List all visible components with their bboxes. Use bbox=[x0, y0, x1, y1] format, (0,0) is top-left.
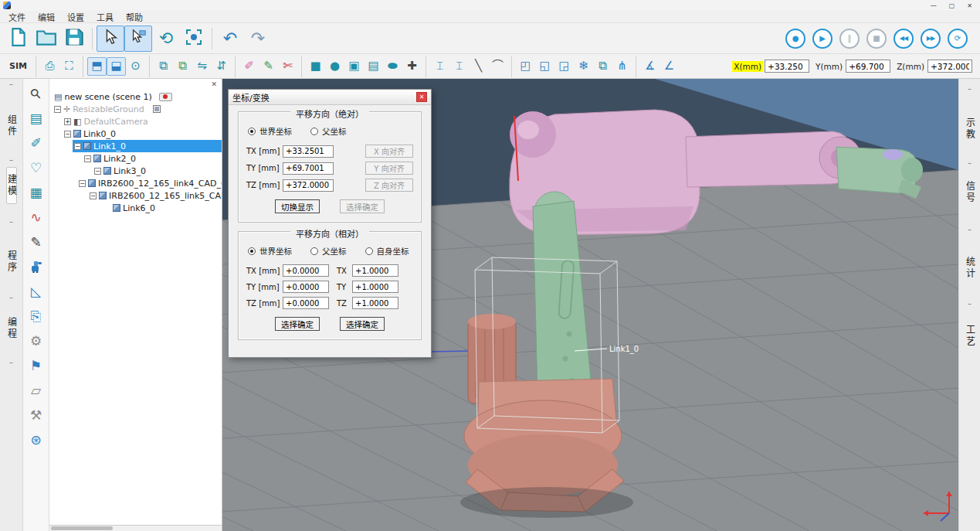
strip-collapse-handle[interactable]: – bbox=[968, 224, 972, 235]
mirror-v-button[interactable]: ⇵ bbox=[212, 57, 231, 76]
expand-toggle[interactable]: − bbox=[64, 131, 71, 138]
robot-base[interactable] bbox=[460, 379, 633, 518]
rel-ty-step-input[interactable] bbox=[352, 281, 398, 293]
scene-panel-button[interactable]: ▤ bbox=[25, 108, 47, 129]
measure-angle-button[interactable]: ∡ bbox=[640, 57, 660, 76]
strip-collapse-handle[interactable]: – bbox=[968, 83, 972, 94]
abs-world-coord-radio[interactable] bbox=[248, 128, 256, 135]
robot-upper-arm[interactable] bbox=[686, 131, 861, 187]
tab-signal[interactable]: 信号 bbox=[965, 175, 975, 210]
plane-yz-button[interactable]: ◲ bbox=[554, 57, 574, 76]
align-x-button[interactable]: X 向对齐 bbox=[365, 145, 413, 158]
center-view-button[interactable] bbox=[180, 26, 208, 52]
stop-button[interactable]: ■ bbox=[866, 29, 887, 49]
step-forward-button[interactable]: ▶▶ bbox=[921, 29, 941, 49]
select-tool-button[interactable] bbox=[97, 26, 124, 52]
undo-button[interactable]: ↶ bbox=[216, 26, 244, 52]
step-back-button[interactable]: ◀◀ bbox=[894, 29, 914, 49]
tree-row-link1[interactable]: − Link1_0 bbox=[49, 140, 222, 152]
strip-collapse-handle[interactable]: – bbox=[9, 292, 13, 303]
freeze-button[interactable]: ❄ bbox=[574, 57, 593, 76]
tab-program[interactable]: 程序 bbox=[7, 244, 16, 280]
expand-toggle[interactable]: + bbox=[64, 118, 71, 125]
tree-row-link4-cad[interactable]: − IRB2600_12_165_link4_CAD_01_0 bbox=[49, 177, 222, 189]
path-tool-button[interactable]: ∿ bbox=[25, 207, 47, 228]
plane-xz-button[interactable]: ◱ bbox=[535, 57, 554, 76]
trim-tool-button[interactable]: ✄ bbox=[278, 57, 297, 76]
lasso-tool-button[interactable]: ▱ bbox=[25, 380, 47, 401]
save-button[interactable] bbox=[60, 26, 88, 52]
replay-button[interactable]: ⟳ bbox=[948, 29, 968, 49]
rel-self-coord-radio[interactable] bbox=[365, 247, 373, 255]
strip-collapse-handle[interactable]: – bbox=[968, 158, 972, 168]
tree-row-ground[interactable]: − ✛ ResizableGround bbox=[49, 103, 222, 115]
menu-help[interactable]: 帮助 bbox=[120, 11, 148, 23]
minimize-button[interactable]: — bbox=[931, 2, 937, 9]
duplicate-button[interactable]: ⧉ bbox=[593, 57, 612, 76]
tree-row-scene[interactable]: ▤ new scene (scene 1) bbox=[49, 90, 222, 103]
primitive-cylinder-button[interactable]: ▤ bbox=[364, 57, 383, 76]
abs-parent-coord-radio[interactable] bbox=[310, 128, 318, 135]
menu-tools[interactable]: 工具 bbox=[91, 11, 119, 23]
tab-modeling[interactable]: 建模 bbox=[6, 167, 17, 204]
menu-file[interactable]: 文件 bbox=[3, 11, 31, 23]
z-coord-input[interactable] bbox=[927, 60, 972, 73]
pan-tool-button[interactable] bbox=[124, 26, 152, 52]
rel-confirm-button-1[interactable]: 选择确定 bbox=[275, 317, 320, 331]
expand-toggle[interactable]: − bbox=[79, 180, 86, 187]
strip-collapse-handle[interactable]: – bbox=[9, 216, 13, 227]
measure-tool-button[interactable]: ◺ bbox=[25, 281, 47, 302]
redo-button[interactable]: ↷ bbox=[244, 26, 272, 52]
mirror-h-button[interactable]: ⇋ bbox=[192, 57, 212, 76]
toggle-display-button[interactable]: 切换显示 bbox=[275, 199, 320, 213]
tab-components[interactable]: 组件 bbox=[7, 108, 16, 144]
grid-tool-button[interactable]: ▦ bbox=[25, 182, 47, 203]
tab-teach[interactable]: 示教 bbox=[965, 111, 975, 147]
primitive-rect-button[interactable]: ■ bbox=[306, 57, 325, 76]
tab-statistics[interactable]: 统计 bbox=[965, 250, 975, 286]
strip-collapse-handle[interactable]: – bbox=[9, 357, 13, 368]
abs-confirm-button[interactable]: 选择确定 bbox=[340, 199, 385, 213]
maximize-button[interactable]: ▢ bbox=[949, 2, 955, 9]
visibility-button[interactable]: ⊙ bbox=[126, 57, 145, 76]
rel-tx-step-input[interactable] bbox=[352, 264, 398, 277]
dialog-close-button[interactable]: ✕ bbox=[416, 92, 427, 102]
strip-collapse-handle[interactable]: – bbox=[9, 79, 13, 90]
record-toggle[interactable] bbox=[159, 93, 172, 101]
rel-tx-input[interactable] bbox=[283, 264, 329, 277]
expand-toggle[interactable]: − bbox=[74, 143, 81, 150]
menu-edit[interactable]: 编辑 bbox=[32, 11, 60, 23]
paste-button[interactable]: ⧉ bbox=[173, 57, 192, 76]
arc-tool-button[interactable]: ⌒ bbox=[488, 57, 507, 76]
strip-collapse-handle[interactable]: – bbox=[968, 298, 972, 309]
tree-row-link5-cad[interactable]: − IRB2600_12_165_link5_CAD_02_ bbox=[49, 189, 222, 202]
play-button[interactable]: ▶ bbox=[812, 29, 832, 49]
expand-toggle[interactable]: − bbox=[54, 106, 61, 113]
tree-row-link6[interactable]: Link6_0 bbox=[49, 202, 222, 214]
rotate-view-button[interactable]: ⟲ bbox=[152, 26, 180, 52]
y-coord-input[interactable] bbox=[846, 60, 890, 73]
expand-toggle[interactable]: − bbox=[84, 155, 91, 162]
menu-settings[interactable]: 设置 bbox=[62, 11, 90, 23]
align-y-button[interactable]: Y 向对齐 bbox=[365, 162, 413, 175]
snapshot-button[interactable]: ⛶ bbox=[59, 57, 79, 76]
rel-parent-coord-radio[interactable] bbox=[310, 247, 318, 255]
panel-close-button[interactable]: ✕ bbox=[211, 80, 217, 88]
tree-row-camera[interactable]: + ◧ DefaultCamera bbox=[49, 115, 222, 128]
favorite-tool-button[interactable]: ♡ bbox=[25, 158, 47, 179]
probe-tool-button[interactable]: ⚑ bbox=[25, 356, 47, 376]
copy-button[interactable]: ⧉ bbox=[154, 57, 173, 76]
robot-tool-button[interactable] bbox=[25, 257, 47, 277]
rel-ty-input[interactable] bbox=[283, 281, 329, 293]
plane-xy-button[interactable]: ◰ bbox=[516, 57, 535, 76]
fixture-button[interactable]: ⌶ bbox=[430, 57, 449, 76]
tree-row-link2[interactable]: − Link2_0 bbox=[49, 152, 222, 165]
primitive-box-button[interactable]: ▣ bbox=[344, 57, 364, 76]
add-primitive-button[interactable]: ✚ bbox=[402, 57, 422, 76]
tab-programming[interactable]: 编程 bbox=[7, 311, 16, 346]
x-coord-input[interactable] bbox=[765, 60, 809, 73]
tab-process[interactable]: 工艺 bbox=[965, 318, 975, 354]
line-tool-button[interactable]: ╲ bbox=[469, 57, 488, 76]
document-tool-button[interactable]: ⎘ bbox=[25, 306, 47, 327]
utilities-button[interactable]: ⚒ bbox=[25, 405, 47, 426]
